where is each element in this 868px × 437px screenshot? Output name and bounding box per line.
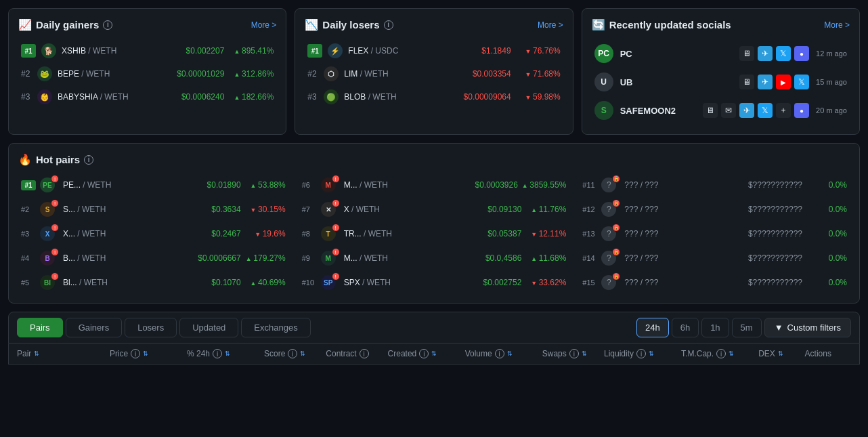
- loser-row-2[interactable]: #2 ⬡ LIM / WETH $0.003354 71.68%: [305, 62, 563, 85]
- hot-row-10[interactable]: #10 SP ! SPX / WETH $0.002752 33.62%: [299, 272, 569, 293]
- loser-row-3[interactable]: #3 🟢 BLOB / WETH $0.00009064 59.98%: [305, 85, 563, 108]
- losers-more-link[interactable]: More >: [538, 20, 563, 30]
- token-logo-bepe: 🐸: [37, 66, 52, 81]
- youtube-icon-ub[interactable]: ▶: [776, 75, 791, 89]
- gainers-info-icon[interactable]: i: [103, 20, 112, 30]
- token-change-flex: 76.76%: [517, 46, 561, 56]
- price-info-icon[interactable]: i: [131, 349, 140, 358]
- hot-row-1[interactable]: #1 PE ! PE... / WETH $0.01890 53.88%: [18, 174, 288, 196]
- email-icon-sm2[interactable]: ✉: [721, 103, 736, 118]
- monitor-icon-ub[interactable]: 🖥: [739, 75, 754, 89]
- created-info-icon[interactable]: i: [419, 349, 429, 358]
- hot-logo-wrap-5: Bl !: [40, 275, 59, 290]
- token-logo-xshib: 🐕: [41, 43, 56, 58]
- contract-info-icon[interactable]: i: [360, 349, 369, 358]
- hot-row-5[interactable]: #5 Bl ! Bl... / WETH $0.1070 40.69%: [18, 272, 288, 293]
- sort-swaps-icon: ⇅: [582, 350, 587, 357]
- twitter-icon-ub[interactable]: 𝕏: [794, 75, 809, 89]
- hot-row-3[interactable]: #3 X ! X... / WETH $0.2467 19.6%: [18, 223, 288, 245]
- social-avatar-pc: PC: [594, 44, 613, 63]
- hot-rank-10: #10: [302, 278, 317, 287]
- telegram-icon-pc[interactable]: ✈: [758, 46, 773, 61]
- hot-row-15[interactable]: #15 ? 🔒 ??? / ??? $??????????? 0.0%: [580, 272, 850, 293]
- tmcap-info-icon[interactable]: i: [716, 349, 726, 358]
- discord-icon-sm2[interactable]: ●: [794, 103, 809, 118]
- hot-price-9: $0.0,4586: [467, 253, 521, 263]
- score-info-icon[interactable]: i: [288, 349, 297, 358]
- social-avatar-safemoon2: S: [594, 101, 613, 120]
- th-price[interactable]: Price i ⇅: [110, 349, 187, 358]
- monitor-icon[interactable]: 🖥: [739, 46, 754, 61]
- hot-row-6[interactable]: #6 M ! M... / WETH $0.0003926 3859.55%: [299, 174, 569, 196]
- th-contract[interactable]: Contract i: [326, 349, 387, 358]
- th-score[interactable]: Score i ⇅: [264, 349, 326, 358]
- time-24h[interactable]: 24h: [636, 318, 669, 337]
- volume-info-icon[interactable]: i: [495, 349, 504, 358]
- time-1h[interactable]: 1h: [701, 318, 729, 337]
- q-badge-13: 🔒: [612, 224, 620, 232]
- th-actions: Actions: [805, 349, 851, 358]
- time-6h[interactable]: 6h: [672, 318, 699, 337]
- hot-row-11[interactable]: #11 ? 🔒 ??? / ??? $??????????? 0.0%: [580, 174, 850, 196]
- th-tmcap[interactable]: T.M.Cap. i ⇅: [681, 349, 758, 358]
- hot-row-7[interactable]: #7 ✕ ! X / WETH $0.09130 11.76%: [299, 199, 569, 220]
- hot-row-13[interactable]: #13 ? 🔒 ??? / ??? $??????????? 0.0%: [580, 223, 850, 245]
- social-row-ub[interactable]: U UB 🖥 ✈ ▶ 𝕏 15 m ago: [592, 68, 850, 96]
- gainer-row-2[interactable]: #2 🐸 BEPE / WETH $0.00001029 312.86%: [18, 62, 276, 85]
- hot-badge-8: !: [332, 224, 340, 232]
- th-pair[interactable]: Pair ⇅: [17, 349, 110, 358]
- updated-more-link[interactable]: More >: [824, 20, 850, 30]
- twitter-icon-pc[interactable]: 𝕏: [776, 46, 791, 61]
- pct-info-icon[interactable]: i: [213, 349, 222, 358]
- th-pct24h[interactable]: % 24h i ⇅: [187, 349, 264, 358]
- daily-losers-header: 📉 Daily losers i More >: [305, 18, 563, 31]
- hot-name-1: PE... / WETH: [63, 180, 183, 190]
- tab-pairs[interactable]: Pairs: [17, 318, 63, 337]
- time-5m[interactable]: 5m: [732, 318, 762, 337]
- tab-updated[interactable]: Updated: [179, 318, 238, 337]
- hot-pairs-info-icon[interactable]: i: [84, 155, 93, 165]
- q-wrap-15: ? 🔒: [601, 275, 620, 290]
- hot-row-2[interactable]: #2 S ! S... / WETH $0.3634 30.15%: [18, 199, 288, 220]
- hot-price-6: $0.0003926: [464, 180, 518, 190]
- tab-exchanges[interactable]: Exchanges: [241, 318, 310, 337]
- swaps-info-icon[interactable]: i: [569, 349, 579, 358]
- hot-row-4[interactable]: #4 B ! B... / WETH $0.0006667 179.27%: [18, 247, 288, 269]
- losers-info-icon[interactable]: i: [384, 20, 393, 30]
- hot-row-8[interactable]: #8 T ! TR... / WETH $0.05387 12.11%: [299, 223, 569, 245]
- th-liquidity[interactable]: Liquidity i ⇅: [604, 349, 681, 358]
- hot-badge-4: !: [51, 248, 59, 256]
- tab-gainers[interactable]: Gainers: [66, 318, 123, 337]
- th-volume[interactable]: Volume i ⇅: [465, 349, 542, 358]
- hot-badge-9: !: [332, 248, 340, 256]
- tab-right-group: 24h 6h 1h 5m ▼ Custom filters: [636, 318, 851, 337]
- custom-filters-button[interactable]: ▼ Custom filters: [764, 318, 851, 337]
- discord-icon-pc[interactable]: ●: [794, 46, 809, 61]
- hot-row-14[interactable]: #14 ? 🔒 ??? / ??? $??????????? 0.0%: [580, 247, 850, 269]
- social-row-safemoon2[interactable]: S SAFEMOON2 🖥 ✉ ✈ 𝕏 + ● 20 m ago: [592, 96, 850, 125]
- social-row-pc[interactable]: PC PC 🖥 ✈ 𝕏 ● 12 m ago: [592, 39, 850, 68]
- loser-row-1[interactable]: #1 ⚡ FLEX / USDC $1.1849 76.76%: [305, 39, 563, 62]
- th-swaps[interactable]: Swaps i ⇅: [542, 349, 604, 358]
- hot-change-10: 33.62%: [525, 278, 566, 287]
- th-created[interactable]: Created i ⇅: [388, 349, 465, 358]
- hot-row-12[interactable]: #12 ? 🔒 ??? / ??? $??????????? 0.0%: [580, 199, 850, 220]
- hot-row-9[interactable]: #9 M ! M... / WETH $0.0,4586 11.68%: [299, 247, 569, 269]
- daily-gainers-title: 📈 Daily gainers i: [18, 18, 112, 31]
- twitter-icon-sm2[interactable]: 𝕏: [758, 103, 773, 118]
- gainer-row-1[interactable]: #1 🐕 XSHIB / WETH $0.002207 895.41%: [18, 39, 276, 62]
- tab-losers[interactable]: Losers: [125, 318, 177, 337]
- hot-change-6: 3859.55%: [522, 180, 566, 190]
- gainer-row-3[interactable]: #3 👶 BABYSHIA / WETH $0.0006240 182.66%: [18, 85, 276, 108]
- token-price-lim: $0.003354: [450, 69, 511, 79]
- gainers-more-link[interactable]: More >: [251, 20, 277, 30]
- telegram-icon-ub[interactable]: ✈: [758, 75, 773, 89]
- hot-change-4: 179.27%: [245, 253, 286, 263]
- telegram-icon-sm2[interactable]: ✈: [739, 103, 754, 118]
- monitor-icon-sm2[interactable]: 🖥: [703, 103, 718, 118]
- q-badge-12: 🔒: [612, 199, 620, 207]
- hot-rank-5: #5: [21, 278, 36, 287]
- liquidity-info-icon[interactable]: i: [636, 349, 646, 358]
- th-dex[interactable]: DEX ⇅: [758, 349, 804, 358]
- plus-icon-sm2[interactable]: +: [776, 103, 791, 118]
